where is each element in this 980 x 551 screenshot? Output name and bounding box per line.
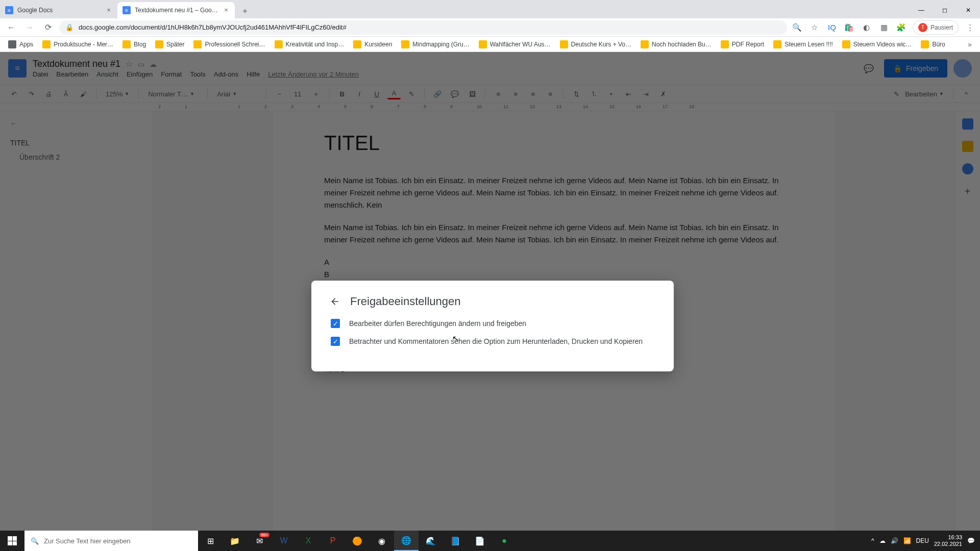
tray-volume-icon[interactable]: 🔊 [891, 537, 898, 544]
bookmark-label: Später [166, 41, 184, 48]
app-powerpoint[interactable]: P [321, 531, 345, 551]
avatar: T [918, 23, 927, 32]
system-tray: ^ ☁ 🔊 📶 DEU 16:33 22.02.2021 💬 [866, 531, 980, 551]
maximize-button[interactable]: ◻ [933, 2, 957, 18]
folder-icon [773, 40, 781, 48]
bookmark-item[interactable]: Mindmapping (Gru… [398, 38, 472, 51]
minimize-button[interactable]: — [910, 2, 933, 18]
bookmark-label: Kursideen [364, 41, 392, 48]
app-spotify[interactable]: ● [492, 531, 517, 551]
setting-row-viewers[interactable]: ✓ Betrachter und Kommentatoren sehen die… [329, 336, 656, 347]
window-controls: — ◻ ✕ [910, 2, 980, 18]
forward-button[interactable]: → [22, 20, 37, 35]
close-window-button[interactable]: ✕ [957, 2, 980, 18]
bookmark-label: Apps [19, 41, 33, 48]
folder-icon [42, 40, 51, 48]
bookmark-item[interactable]: Steuern Videos wic… [839, 38, 915, 51]
mail-badge: 99+ [259, 533, 270, 537]
setting-row-editors[interactable]: ✓ Bearbeiter dürfen Berechtigungen änder… [329, 318, 656, 329]
bookmark-label: Büro [932, 41, 945, 48]
apps-shortcut[interactable]: Apps [5, 38, 36, 51]
close-icon[interactable]: × [223, 7, 230, 14]
tray-chevron-icon[interactable]: ^ [871, 537, 874, 544]
windows-taskbar: 🔍 Zur Suche Text hier eingeben ⊞ 📁 ✉99+ … [0, 531, 980, 551]
bookmark-item[interactable]: Wahlfächer WU Aus… [476, 38, 554, 51]
bookmark-item[interactable]: Noch hochladen Bu… [638, 38, 715, 51]
bookmark-item[interactable]: PDF Report [718, 38, 767, 51]
task-view-button[interactable]: ⊞ [198, 531, 223, 551]
arrow-left-icon [330, 296, 340, 307]
bookmarks-overflow[interactable]: » [965, 40, 975, 48]
chrome-menu-icon[interactable]: ⋮ [964, 21, 976, 34]
browser-tab-active[interactable]: ≡ Textdokument neu #1 – Google × [117, 2, 235, 18]
bookmark-label: Steuern Lesen !!!! [785, 41, 833, 48]
dialog-back-button[interactable] [329, 295, 341, 308]
back-button[interactable]: ← [4, 20, 18, 35]
folder-icon [560, 40, 568, 48]
extension-icon[interactable]: ◐ [861, 21, 873, 34]
profile-chip[interactable]: T Pausiert [913, 20, 959, 35]
lock-icon: 🔒 [65, 23, 74, 31]
tray-cloud-icon[interactable]: ☁ [879, 537, 886, 544]
app-edge[interactable]: 🌊 [419, 531, 443, 551]
folder-icon [155, 40, 163, 48]
app-notepad[interactable]: 📄 [468, 531, 492, 551]
browser-tab[interactable]: ≡ Google Docs × [0, 2, 117, 18]
checkbox-checked[interactable]: ✓ [331, 337, 340, 346]
taskbar-search[interactable]: 🔍 Zur Suche Text hier eingeben [24, 531, 198, 551]
folder-icon [842, 40, 850, 48]
tray-network-icon[interactable]: 📶 [903, 537, 911, 544]
extension-icon[interactable]: IQ [826, 21, 838, 34]
tray-time: 16:33 [934, 534, 962, 541]
bookmark-item[interactable]: Büro [918, 38, 948, 51]
checkbox-checked[interactable]: ✓ [331, 319, 340, 328]
address-bar[interactable]: 🔒 docs.google.com/document/d/1hUH8k6h7Lb… [59, 20, 787, 35]
bookmark-item[interactable]: Steuern Lesen !!!! [770, 38, 836, 51]
close-icon[interactable]: × [105, 7, 112, 14]
bookmark-item[interactable]: Deutsche Kurs + Vo… [557, 38, 634, 51]
bookmark-star-icon[interactable]: ☆ [808, 21, 821, 34]
apps-icon [8, 40, 16, 48]
share-settings-dialog: Freigabeeinstellungen ✓ Bearbeiter dürfe… [311, 281, 674, 371]
taskbar-apps: ⊞ 📁 ✉99+ W X P 🟠 ◉ 🌐 🌊 📘 📄 ● [198, 531, 517, 551]
bookmark-label: Professionell Schrei… [205, 41, 265, 48]
setting-label: Bearbeiter dürfen Berechtigungen ändern … [349, 318, 526, 329]
app-chrome[interactable]: 🌐 [394, 531, 419, 551]
bookmark-label: Blog [134, 41, 146, 48]
bookmark-label: Deutsche Kurs + Vo… [571, 41, 631, 48]
folder-icon [641, 40, 649, 48]
docs-favicon: ≡ [5, 6, 13, 14]
folder-icon [401, 40, 409, 48]
bookmark-item[interactable]: Später [152, 38, 187, 51]
bookmark-label: Wahlfächer WU Aus… [490, 41, 551, 48]
app-word[interactable]: W [272, 531, 296, 551]
app-icon[interactable]: 🟠 [345, 531, 370, 551]
zoom-icon[interactable]: 🔍 [791, 21, 803, 34]
reload-button[interactable]: ⟳ [41, 20, 55, 35]
start-button[interactable] [0, 531, 24, 551]
extension-icon[interactable]: 🛍️ [843, 21, 855, 34]
bookmark-label: Steuern Videos wic… [853, 41, 912, 48]
app-icon[interactable]: 📘 [443, 531, 468, 551]
bookmark-item[interactable]: Kreativität und Insp… [272, 38, 348, 51]
app-mail[interactable]: ✉99+ [247, 531, 272, 551]
bookmark-item[interactable]: Kursideen [350, 38, 395, 51]
tray-clock[interactable]: 16:33 22.02.2021 [934, 534, 962, 547]
tray-language[interactable]: DEU [916, 537, 929, 544]
app-excel[interactable]: X [296, 531, 321, 551]
setting-label: Betrachter und Kommentatoren sehen die O… [349, 336, 643, 347]
docs-favicon: ≡ [122, 6, 131, 14]
new-tab-button[interactable]: + [238, 4, 252, 18]
windows-logo-icon [8, 536, 17, 545]
app-explorer[interactable]: 📁 [223, 531, 247, 551]
bookmark-item[interactable]: Professionell Schrei… [190, 38, 268, 51]
extensions-menu-icon[interactable]: 🧩 [895, 21, 908, 34]
tray-notifications-icon[interactable]: 💬 [967, 537, 975, 544]
url-text: docs.google.com/document/d/1hUH8k6h7Lb8y… [79, 23, 347, 31]
folder-icon [721, 40, 729, 48]
app-obs[interactable]: ◉ [370, 531, 394, 551]
search-icon: 🔍 [31, 537, 39, 545]
extension-icon[interactable]: ▦ [878, 21, 890, 34]
bookmark-item[interactable]: Blog [119, 38, 149, 51]
bookmark-item[interactable]: Produktsuche - Mer… [39, 38, 116, 51]
